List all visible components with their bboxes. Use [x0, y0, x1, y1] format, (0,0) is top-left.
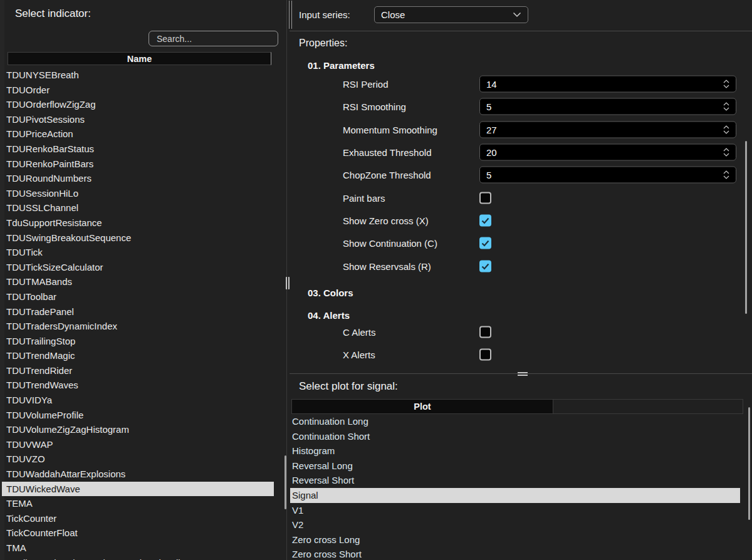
plot-name: Reversal Long	[292, 460, 353, 471]
indicator-name: TDUTMABands	[6, 276, 72, 287]
indicator-list-item[interactable]: TDUSessionHiLo	[2, 186, 274, 201]
plot-table-header: Plot	[291, 399, 743, 414]
input-series-scrollbar[interactable]	[289, 1, 292, 29]
indicator-list-item[interactable]: TDUTrailingStop	[2, 334, 274, 349]
alert-row: X Alerts	[290, 343, 741, 366]
checkbox[interactable]	[479, 237, 491, 249]
indicator-list-item[interactable]: TDURenkoBarStatus	[2, 142, 274, 157]
plot-list-scrollbar[interactable]	[748, 407, 750, 520]
indicator-list-item[interactable]: TDUSwingBreakoutSequence	[2, 231, 274, 246]
indicator-list-item[interactable]: TDUOrder	[2, 83, 274, 98]
parameter-control: 5	[479, 167, 736, 184]
indicator-name: TDUVolumeProfile	[6, 410, 83, 420]
number-input[interactable]: 20	[479, 144, 736, 161]
indicator-name: TickCounter	[6, 513, 56, 524]
name-column-header[interactable]: Name	[8, 52, 271, 65]
plot-name: Continuation Long	[292, 416, 368, 427]
indicator-list-item[interactable]: TDUOrderflowZigZag	[2, 97, 274, 112]
indicator-list-item[interactable]: TDUSSLChannel	[2, 200, 274, 215]
number-input[interactable]: 5	[479, 98, 736, 115]
indicator-name: TickCounterFloat	[6, 527, 78, 538]
indicator-name: TduSupportResistance	[6, 217, 102, 228]
indicator-list-item[interactable]: TDUTrendMagic	[2, 348, 274, 363]
plot-list-item[interactable]: V2	[290, 517, 740, 532]
indicator-list-item[interactable]: TDUTick	[2, 245, 274, 260]
spinner-updown-icon[interactable]	[722, 147, 731, 158]
indicator-list-item[interactable]: TEMA	[2, 496, 274, 511]
empty-column-header[interactable]	[553, 399, 743, 414]
indicator-list-item[interactable]: TickCounter	[2, 511, 274, 526]
parameter-label: ChopZone Threshold	[343, 170, 431, 180]
indicator-list-item[interactable]: TduSupportResistance	[2, 215, 274, 231]
indicator-list-item[interactable]: TDUToolbar	[2, 289, 274, 304]
parameter-label: Momentum Smoothing	[343, 124, 437, 135]
number-input[interactable]: 5	[479, 167, 736, 184]
indicator-list-item[interactable]: TDUVIDYa	[2, 393, 274, 408]
indicator-list-item[interactable]: TDUVZO	[2, 452, 274, 467]
checkbox[interactable]	[479, 326, 491, 338]
plot-column-header[interactable]: Plot	[291, 399, 553, 414]
plot-name: Signal	[292, 490, 318, 500]
parameter-control	[479, 260, 736, 272]
indicator-list-item[interactable]: TDUTradersDynamicIndex	[2, 319, 274, 334]
indicator-list-item[interactable]: TDUTrendWaves	[2, 378, 274, 393]
indicator-list-item[interactable]: TDURoundNumbers	[2, 171, 274, 186]
plot-list-item[interactable]: Reversal Short	[290, 473, 740, 488]
number-input[interactable]: 14	[479, 76, 736, 93]
indicator-settings-window: Select indicator: Name TDUNYSEBreath TDU…	[0, 0, 752, 560]
plot-list-item[interactable]: Continuation Long	[290, 414, 740, 429]
indicator-list-item[interactable]: TDURenkoPaintBars	[2, 157, 274, 172]
indicator-list-item[interactable]: TMA	[2, 541, 274, 556]
checkbox[interactable]	[479, 192, 491, 204]
plot-list-item[interactable]: Zero cross Long	[290, 532, 740, 547]
section-parameters[interactable]: 01. Parameters	[308, 60, 375, 71]
indicator-list-item[interactable]: Trading Order Flow: Volume Order Visuali…	[2, 556, 274, 560]
indicator-list-item[interactable]: TDUPriceAction	[2, 127, 274, 142]
horizontal-splitter-grip-icon[interactable]	[518, 372, 528, 376]
indicator-list-item[interactable]: TDUTMABands	[2, 274, 274, 289]
plot-list-item[interactable]: Reversal Long	[290, 459, 740, 474]
spinner-updown-icon[interactable]	[722, 101, 731, 112]
parameter-row: RSI Period 14	[290, 73, 741, 95]
plot-list-item[interactable]: Continuation Short	[290, 429, 740, 444]
indicator-name: TDUWaddahAttarExplosions	[6, 469, 125, 479]
spinner-updown-icon[interactable]	[722, 170, 731, 180]
indicator-list-item[interactable]: TDUNYSEBreath	[2, 68, 274, 83]
indicator-name: TDUVolumeZigZagHistogram	[6, 424, 129, 435]
indicator-name: TDURoundNumbers	[6, 173, 91, 184]
search-input[interactable]	[149, 31, 278, 46]
plot-list: Continuation Long Continuation Short His…	[290, 414, 740, 560]
input-series-dropdown[interactable]: Close	[374, 6, 528, 23]
indicator-list-item[interactable]: TickCounterFloat	[2, 526, 274, 541]
checkbox[interactable]	[479, 349, 491, 361]
properties-scrollbar[interactable]	[745, 141, 747, 314]
indicator-list-item[interactable]: TDUWickedWave	[2, 482, 274, 497]
checkbox[interactable]	[479, 214, 491, 226]
section-colors[interactable]: 03. Colors	[308, 288, 353, 298]
checkbox[interactable]	[479, 260, 491, 272]
number-input[interactable]: 27	[479, 121, 736, 138]
plot-list-item[interactable]: Signal	[290, 488, 740, 503]
indicator-list-item[interactable]: TDUTradePanel	[2, 304, 274, 319]
plot-list-item[interactable]: Zero cross Short	[290, 547, 740, 560]
plot-list-item[interactable]: Histogram	[290, 443, 740, 459]
indicator-list-item[interactable]: TDUVWAP	[2, 437, 274, 452]
indicator-name: TDUTrailingStop	[6, 336, 75, 346]
parameter-label: Paint bars	[343, 192, 385, 203]
indicator-name: TDUTick	[6, 247, 43, 257]
indicator-list-item[interactable]: TDUTrendRider	[2, 363, 274, 378]
indicator-list-item[interactable]: TDUTickSizeCalculator	[2, 260, 274, 275]
plot-list-item[interactable]: V1	[290, 503, 740, 518]
indicator-list-item[interactable]: TDUVolumeZigZagHistogram	[2, 422, 274, 437]
section-alerts[interactable]: 04. Alerts	[308, 310, 350, 321]
spinner-updown-icon[interactable]	[722, 79, 731, 90]
indicator-list-item[interactable]: TDUVolumeProfile	[2, 408, 274, 423]
indicator-list-item[interactable]: TDUWaddahAttarExplosions	[2, 467, 274, 482]
select-indicator-title: Select indicator:	[15, 8, 91, 20]
indicator-list-item[interactable]: TDUPivotSessions	[2, 112, 274, 127]
spinner-updown-icon[interactable]	[722, 124, 731, 135]
name-column-header-label: Name	[127, 54, 152, 64]
plot-name: Histogram	[292, 445, 335, 456]
parameter-control	[479, 214, 736, 226]
vertical-splitter-grip-icon[interactable]	[286, 277, 290, 289]
